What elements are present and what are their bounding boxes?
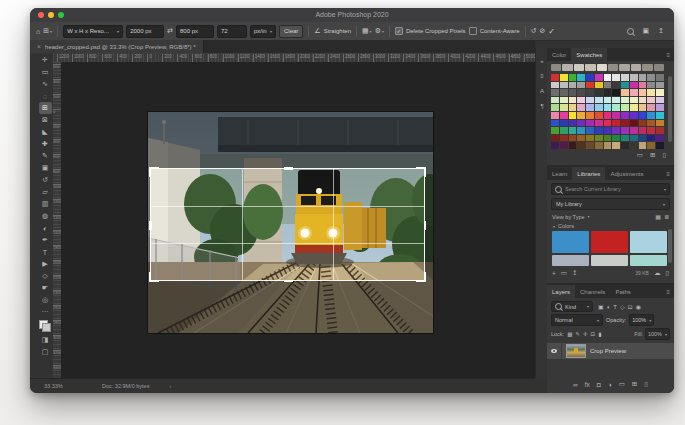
swatch[interactable] bbox=[586, 89, 594, 96]
edit-toolbar-icon[interactable]: ⋯ bbox=[39, 306, 52, 318]
swatch[interactable] bbox=[621, 142, 629, 149]
swatch[interactable] bbox=[621, 89, 629, 96]
recent-swatch[interactable] bbox=[574, 64, 584, 71]
panel-menu-icon[interactable]: ≡ bbox=[666, 52, 674, 58]
swatch[interactable] bbox=[569, 142, 577, 149]
swatch[interactable] bbox=[577, 120, 585, 127]
library-color-asset[interactable] bbox=[552, 231, 589, 253]
swatch[interactable] bbox=[621, 104, 629, 111]
swatch[interactable] bbox=[639, 104, 647, 111]
adjustment-layer-icon[interactable]: ◑ bbox=[608, 380, 612, 388]
crop-height-input[interactable]: 800 px bbox=[176, 25, 214, 38]
lock-image-pixels-icon[interactable]: ✎ bbox=[575, 331, 580, 337]
quick-selection-tool[interactable]: ◌ bbox=[39, 90, 52, 102]
swatch[interactable] bbox=[621, 74, 629, 81]
swatch[interactable] bbox=[639, 74, 647, 81]
straighten-label[interactable]: Straighten bbox=[324, 28, 351, 34]
filter-shape-layers-icon[interactable]: ◇ bbox=[620, 303, 625, 310]
swatch[interactable] bbox=[569, 104, 577, 111]
swatch[interactable] bbox=[551, 142, 559, 149]
swatch[interactable] bbox=[586, 82, 594, 89]
swatch[interactable] bbox=[560, 142, 568, 149]
reset-crop-icon[interactable]: ↺ bbox=[531, 27, 537, 35]
swatch[interactable] bbox=[569, 74, 577, 81]
new-swatch-icon[interactable]: ⊞ bbox=[650, 151, 655, 159]
swatch[interactable] bbox=[656, 74, 664, 81]
blend-mode-select[interactable]: Normal ▾ bbox=[551, 314, 603, 326]
swatch[interactable] bbox=[612, 112, 620, 119]
swatch[interactable] bbox=[639, 127, 647, 134]
library-color-asset[interactable] bbox=[591, 255, 628, 266]
crop-tool[interactable]: ⊞ bbox=[39, 102, 52, 114]
panel-menu-icon[interactable]: ≡ bbox=[666, 289, 674, 295]
clear-button[interactable]: Clear bbox=[279, 25, 303, 38]
swatch[interactable] bbox=[630, 142, 638, 149]
marquee-tool[interactable]: ▭ bbox=[39, 66, 52, 78]
swatch[interactable] bbox=[586, 104, 594, 111]
crop-handle-top-left[interactable] bbox=[149, 167, 159, 177]
swatch[interactable] bbox=[560, 82, 568, 89]
swatch[interactable] bbox=[560, 104, 568, 111]
swatch[interactable] bbox=[569, 127, 577, 134]
swatch[interactable] bbox=[630, 127, 638, 134]
library-select[interactable]: My Library ▾ bbox=[551, 198, 670, 210]
gradient-tool[interactable]: ▥ bbox=[39, 198, 52, 210]
recent-swatch[interactable] bbox=[631, 64, 641, 71]
crop-tool-icon[interactable]: ⊞▾ bbox=[43, 27, 52, 35]
swatch[interactable] bbox=[551, 120, 559, 127]
canvas[interactable] bbox=[61, 62, 535, 378]
zoom-tool[interactable]: ◎ bbox=[39, 294, 52, 306]
swatch[interactable] bbox=[569, 135, 577, 142]
swatch[interactable] bbox=[656, 135, 664, 142]
swatch[interactable] bbox=[656, 97, 664, 104]
document-tab[interactable]: × header_cropped.psd @ 33.3% (Crop Previ… bbox=[30, 40, 204, 53]
swatch[interactable] bbox=[577, 74, 585, 81]
recent-swatch[interactable] bbox=[619, 64, 629, 71]
swatch[interactable] bbox=[560, 89, 568, 96]
shape-tool[interactable]: ◇ bbox=[39, 270, 52, 282]
tab-libraries[interactable]: Libraries bbox=[572, 167, 605, 180]
layer-style-icon[interactable]: fx bbox=[585, 380, 590, 388]
swatch[interactable] bbox=[560, 74, 568, 81]
new-library-group-icon[interactable]: ▭ bbox=[561, 269, 567, 277]
swatch[interactable] bbox=[569, 89, 577, 96]
swatch[interactable] bbox=[639, 135, 647, 142]
swatch[interactable] bbox=[551, 104, 559, 111]
swatch[interactable] bbox=[621, 97, 629, 104]
swatch[interactable] bbox=[595, 97, 603, 104]
opacity-field[interactable]: 100% ▾ bbox=[629, 314, 654, 326]
swap-width-height-icon[interactable]: ⇄ bbox=[167, 27, 173, 35]
list-view-icon[interactable]: ≣ bbox=[664, 213, 669, 220]
swatch[interactable] bbox=[612, 142, 620, 149]
recent-swatch[interactable] bbox=[608, 64, 618, 71]
fullscreen-window-button[interactable] bbox=[58, 12, 64, 18]
close-window-button[interactable] bbox=[38, 12, 44, 18]
swatch[interactable] bbox=[604, 112, 612, 119]
swatch[interactable] bbox=[612, 74, 620, 81]
resolution-unit-select[interactable]: px/in▾ bbox=[250, 25, 276, 38]
swatch[interactable] bbox=[639, 120, 647, 127]
swatch[interactable] bbox=[560, 127, 568, 134]
lock-all-icon[interactable]: ▮ bbox=[598, 331, 601, 337]
swatch[interactable] bbox=[595, 104, 603, 111]
recent-swatch[interactable] bbox=[585, 64, 595, 71]
swatch[interactable] bbox=[647, 142, 655, 149]
swatch[interactable] bbox=[604, 82, 612, 89]
swatch[interactable] bbox=[656, 112, 664, 119]
library-search-input[interactable]: Search Current Library ▾ bbox=[551, 183, 670, 195]
swatch[interactable] bbox=[656, 89, 664, 96]
swatch[interactable] bbox=[630, 97, 638, 104]
swatch[interactable] bbox=[630, 120, 638, 127]
swatch[interactable] bbox=[630, 89, 638, 96]
recent-swatch[interactable] bbox=[597, 64, 607, 71]
library-color-asset[interactable] bbox=[630, 255, 667, 266]
swatch[interactable] bbox=[621, 112, 629, 119]
swatch[interactable] bbox=[647, 82, 655, 89]
swatch[interactable] bbox=[577, 97, 585, 104]
fill-field[interactable]: 100% ▾ bbox=[645, 328, 670, 340]
pen-tool[interactable]: ✒ bbox=[39, 234, 52, 246]
crop-preset-select[interactable]: W x H x Reso...▾ bbox=[63, 25, 123, 38]
swatch[interactable] bbox=[586, 74, 594, 81]
delete-layer-icon[interactable]: ▯ bbox=[644, 380, 648, 388]
hand-tool[interactable]: ☛ bbox=[39, 282, 52, 294]
